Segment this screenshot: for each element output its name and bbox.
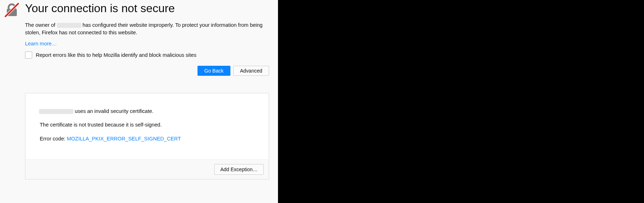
cert-reason-text: The certificate is not trusted because i… <box>40 121 254 128</box>
warning-description: The owner of has configured their websit… <box>25 21 269 36</box>
learn-more-link[interactable]: Learn more… <box>25 41 57 46</box>
error-code-link[interactable]: MOZILLA_PKIX_ERROR_SELF_SIGNED_CERT <box>67 136 181 142</box>
page-title: Your connection is not secure <box>25 1 269 15</box>
error-code-line: Error code: MOZILLA_PKIX_ERROR_SELF_SIGN… <box>40 135 254 142</box>
insecure-lock-icon <box>4 2 20 18</box>
redacted-hostname <box>39 109 73 114</box>
black-region <box>278 0 644 203</box>
error-page: Your connection is not secure The owner … <box>0 0 278 203</box>
redacted-hostname <box>57 23 81 28</box>
cert-hostname-line: uses an invalid security certificate. <box>40 108 254 115</box>
desc-prefix: The owner of <box>25 22 57 28</box>
cert-invalid-text: uses an invalid security certificate. <box>73 108 153 114</box>
error-code-label: Error code: <box>40 136 67 142</box>
report-errors-checkbox[interactable] <box>25 51 32 59</box>
add-exception-button[interactable]: Add Exception… <box>214 164 264 175</box>
advanced-button[interactable]: Advanced <box>233 66 269 76</box>
go-back-button[interactable]: Go Back <box>197 66 230 76</box>
report-errors-label: Report errors like this to help Mozilla … <box>36 52 196 58</box>
advanced-details-panel: uses an invalid security certificate. Th… <box>25 93 269 179</box>
